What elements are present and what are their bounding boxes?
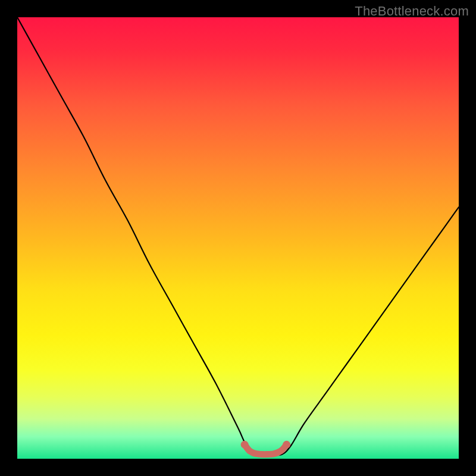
- chart-frame: TheBottleneck.com: [0, 0, 476, 476]
- attribution-label: TheBottleneck.com: [355, 4, 469, 19]
- svg-point-1: [283, 441, 290, 449]
- svg-point-0: [241, 441, 249, 449]
- bottleneck-chart: [17, 17, 459, 459]
- gradient-background: [17, 17, 459, 459]
